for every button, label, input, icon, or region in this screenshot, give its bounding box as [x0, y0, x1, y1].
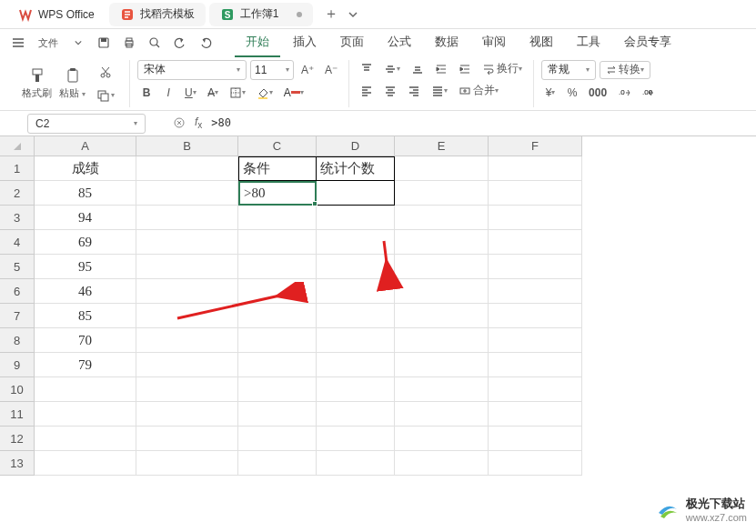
tab-formula[interactable]: 公式 [377, 28, 422, 57]
cell[interactable] [317, 377, 395, 402]
add-tab-button[interactable]: ＋ [324, 5, 338, 24]
tab-page[interactable]: 页面 [329, 28, 375, 57]
row-header[interactable]: 10 [0, 377, 35, 402]
cell[interactable]: 85 [35, 181, 136, 206]
cell[interactable] [238, 402, 317, 427]
cell[interactable] [317, 181, 395, 206]
cell[interactable] [136, 328, 238, 353]
hamburger-icon[interactable] [7, 32, 29, 54]
row-header[interactable]: 7 [0, 304, 35, 328]
file-dropdown-icon[interactable] [67, 32, 89, 54]
percent-button[interactable]: % [563, 84, 581, 102]
indent-increase-icon[interactable] [455, 60, 475, 78]
cell[interactable] [489, 230, 582, 255]
cell[interactable] [395, 230, 489, 255]
wrap-text-button[interactable]: 换行▾ [479, 60, 526, 78]
cell[interactable] [136, 230, 238, 255]
cell[interactable] [238, 206, 317, 230]
row-header[interactable]: 2 [0, 181, 35, 206]
decimal-decrease-icon[interactable]: .0 [614, 84, 634, 102]
currency-button[interactable]: ¥▾ [541, 84, 559, 102]
cell[interactable] [395, 353, 489, 377]
tab-review[interactable]: 审阅 [471, 28, 517, 57]
comma-button[interactable]: 000 [585, 84, 610, 102]
template-tab[interactable]: 找稻壳模板 [109, 3, 206, 26]
cell[interactable] [238, 353, 317, 377]
cell[interactable] [238, 328, 317, 353]
cell[interactable] [489, 451, 582, 476]
cell[interactable] [317, 353, 395, 377]
align-bottom-icon[interactable] [408, 60, 428, 78]
cell[interactable] [136, 279, 238, 304]
cell[interactable]: >80 [238, 181, 317, 206]
cell[interactable]: 95 [35, 255, 136, 279]
cell[interactable] [317, 427, 395, 451]
app-tab[interactable]: WPS Office [7, 3, 106, 26]
cell[interactable] [136, 377, 238, 402]
cell[interactable] [317, 279, 395, 304]
cell[interactable] [395, 451, 489, 476]
cell[interactable] [395, 377, 489, 402]
select-all-corner[interactable] [0, 136, 35, 156]
cell[interactable] [395, 181, 489, 206]
tab-menu-button[interactable] [342, 4, 364, 25]
cell[interactable] [317, 255, 395, 279]
cell[interactable] [136, 451, 238, 476]
cancel-icon[interactable] [173, 116, 186, 129]
row-header[interactable]: 9 [0, 353, 35, 377]
cell[interactable] [35, 427, 136, 451]
cell[interactable] [317, 402, 395, 427]
indent-decrease-icon[interactable] [431, 60, 451, 78]
tab-member[interactable]: 会员专享 [613, 28, 682, 57]
cell[interactable] [238, 304, 317, 328]
border-button[interactable]: ▾ [226, 84, 249, 102]
cell[interactable] [489, 181, 582, 206]
cell[interactable] [136, 156, 238, 181]
cell[interactable] [136, 304, 238, 328]
preview-icon[interactable] [144, 32, 166, 54]
col-header[interactable]: B [136, 136, 238, 156]
cell[interactable]: 46 [35, 279, 136, 304]
font-size-select[interactable]: 11▾ [250, 60, 294, 80]
cell[interactable] [238, 427, 317, 451]
col-header[interactable]: E [395, 136, 489, 156]
cell[interactable]: 条件 [238, 156, 317, 181]
cell[interactable] [35, 377, 136, 402]
cell[interactable] [238, 377, 317, 402]
col-header[interactable]: C [238, 136, 317, 156]
paste-icon[interactable] [61, 66, 85, 85]
align-left-icon[interactable] [357, 82, 377, 100]
cell[interactable] [489, 402, 582, 427]
cell[interactable]: 69 [35, 230, 136, 255]
cell[interactable]: 79 [35, 353, 136, 377]
font-name-select[interactable]: 宋体▾ [137, 60, 247, 80]
cell[interactable] [238, 255, 317, 279]
print-icon[interactable] [118, 32, 140, 54]
underline-button[interactable]: U▾ [181, 84, 200, 102]
font-decrease-icon[interactable]: A⁻ [321, 61, 341, 79]
bold-button[interactable]: B [137, 84, 156, 102]
number-format-select[interactable]: 常规▾ [541, 60, 596, 80]
formula-input[interactable]: >80 [211, 116, 231, 129]
cell[interactable] [238, 451, 317, 476]
cell[interactable] [489, 156, 582, 181]
cell[interactable] [317, 304, 395, 328]
row-header[interactable]: 3 [0, 206, 35, 230]
save-icon[interactable] [93, 32, 115, 54]
italic-button[interactable]: I [159, 84, 177, 102]
copy-icon[interactable]: ▾ [93, 86, 118, 105]
cell[interactable] [136, 353, 238, 377]
undo-icon[interactable] [169, 32, 191, 54]
cell[interactable] [395, 402, 489, 427]
font-increase-icon[interactable]: A⁺ [297, 61, 318, 79]
row-header[interactable]: 8 [0, 328, 35, 353]
cell[interactable] [489, 279, 582, 304]
cell[interactable] [317, 328, 395, 353]
cell[interactable] [489, 206, 582, 230]
cut-icon[interactable] [96, 63, 116, 81]
row-header[interactable]: 12 [0, 427, 35, 451]
tab-view[interactable]: 视图 [519, 28, 564, 57]
strikethrough-button[interactable]: A̶▾ [204, 84, 222, 102]
cell[interactable] [35, 451, 136, 476]
tab-start[interactable]: 开始 [235, 28, 280, 57]
